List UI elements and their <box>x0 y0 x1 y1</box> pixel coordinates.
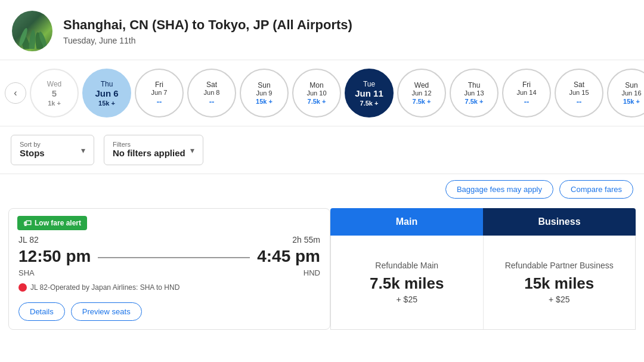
dest-airport: HND <box>304 268 320 277</box>
date-item-sat8[interactable]: Sat Jun 8 -- <box>187 69 236 117</box>
date-day-num: 5 <box>52 88 57 98</box>
date-day-name: Sat <box>206 81 217 89</box>
date-day-name: Sun <box>258 81 270 89</box>
date-price: 7.5k + <box>360 100 379 107</box>
date-item-wed12[interactable]: Wed Jun 12 7.5k + <box>397 69 446 117</box>
arrive-time: 4:45 pm <box>257 247 320 266</box>
date-price: 7.5k + <box>465 98 484 105</box>
main-fare-cash: + $25 <box>397 295 417 304</box>
main-fare-col[interactable]: Refundable Main 7.5k miles + $25 <box>331 236 484 329</box>
flight-operated-row: JL 82-Operated by Japan Airlines: SHA to… <box>9 281 330 298</box>
date-month: Jun 13 <box>464 89 484 97</box>
business-fare-label: Refundable Partner Business <box>505 261 614 270</box>
main-container: Shanghai, CN (SHA) to Tokyo, JP (All Air… <box>0 0 644 362</box>
main-fare-miles: 7.5k miles <box>370 275 444 292</box>
header: Shanghai, CN (SHA) to Tokyo, JP (All Air… <box>0 0 644 60</box>
operated-by-text: JL 82-Operated by Japan Airlines: SHA to… <box>30 283 179 292</box>
date-month: Jun 14 <box>516 89 536 96</box>
date-item-tue11[interactable]: Tue Jun 11 7.5k + <box>345 69 394 117</box>
date-price: -- <box>524 97 530 106</box>
sort-by-value: Stops <box>20 148 45 158</box>
date-item-wed5[interactable]: Wed 5 1k + <box>30 69 79 117</box>
chevron-left-icon: ‹ <box>14 88 17 98</box>
flight-actions-row: Details Preview seats <box>9 298 330 329</box>
business-fare-cash: + $25 <box>549 295 569 304</box>
date-item-sat15[interactable]: Sat Jun 15 -- <box>555 69 603 117</box>
main-fare-label: Refundable Main <box>375 261 438 270</box>
header-text: Shanghai, CN (SHA) to Tokyo, JP (All Air… <box>63 17 352 45</box>
filters-row: Sort by Stops ▾ Filters No filters appli… <box>0 126 644 174</box>
tab-business[interactable]: Business <box>483 208 636 236</box>
business-fare-col[interactable]: Refundable Partner Business 15k miles + … <box>484 236 636 329</box>
date-day-num: Jun 6 <box>95 88 118 98</box>
main-tab-label: Main <box>396 216 417 227</box>
flight-info-row: JL 82 2h 55m <box>9 230 330 246</box>
date-day-name: Wed <box>414 81 429 89</box>
svg-point-1 <box>28 30 36 49</box>
flight-card: 🏷 Low fare alert JL 82 2h 55m 12:50 pm 4… <box>8 208 330 330</box>
date-day-num: Jun 11 <box>355 88 383 98</box>
date-price: 7.5k + <box>308 98 326 105</box>
sort-by-label: Sort by <box>20 141 76 148</box>
destination-avatar <box>12 11 52 51</box>
chevron-down-icon: ▾ <box>81 146 85 155</box>
travel-date: Tuesday, June 11th <box>63 36 352 45</box>
fare-columns: Refundable Main 7.5k miles + $25 Refunda… <box>330 236 636 330</box>
flight-duration: 2h 55m <box>292 235 320 245</box>
date-item-fri14[interactable]: Fri Jun 14 -- <box>502 69 551 117</box>
date-day-name: Thu <box>101 80 113 88</box>
date-price: -- <box>157 97 162 106</box>
fare-tabs: Main Business <box>330 208 636 236</box>
date-month: Jun 12 <box>411 89 431 97</box>
date-month: Jun 10 <box>306 89 326 97</box>
date-item-sun9[interactable]: Sun Jun 9 15k + <box>240 69 289 117</box>
date-price: 7.5k + <box>413 98 431 105</box>
date-price: 15k + <box>98 100 115 107</box>
date-day-name: Sun <box>625 81 637 89</box>
airline-logo-dot <box>18 283 27 292</box>
date-day-name: Wed <box>47 80 61 88</box>
date-picker-row: ‹ Wed 5 1k + Thu Jun 6 15k + Fri Jun 7 -… <box>0 60 644 126</box>
date-item-thu6[interactable]: Thu Jun 6 15k + <box>82 69 131 117</box>
date-price: -- <box>577 97 582 106</box>
flight-times-row: 12:50 pm 4:45 pm <box>9 246 330 267</box>
date-price: 15k + <box>623 98 640 105</box>
date-day-name: Thu <box>468 81 481 89</box>
baggage-fees-btn[interactable]: Baggage fees may apply <box>445 180 553 199</box>
date-day-name: Tue <box>363 80 375 88</box>
date-month: Jun 15 <box>569 89 589 96</box>
filters-value: No filters applied <box>113 148 185 158</box>
date-day-name: Fri <box>155 81 163 89</box>
business-tab-label: Business <box>538 216 580 227</box>
flight-line <box>98 257 250 258</box>
flight-airports-row: SHA HND <box>9 267 330 281</box>
details-btn[interactable]: Details <box>18 302 65 321</box>
date-item-mon10[interactable]: Mon Jun 10 7.5k + <box>292 69 341 117</box>
fare-options: Main Business Refundable Main 7.5k miles… <box>330 208 636 330</box>
low-fare-label: Low fare alert <box>35 219 81 227</box>
date-price: 15k + <box>256 98 273 105</box>
compare-fares-btn[interactable]: Compare fares <box>559 180 633 199</box>
date-month: Jun 16 <box>621 89 641 97</box>
date-price: -- <box>209 97 215 106</box>
date-item-thu13[interactable]: Thu Jun 13 7.5k + <box>450 69 499 117</box>
sort-by-dropdown[interactable]: Sort by Stops ▾ <box>11 135 94 165</box>
date-day-name: Fri <box>522 81 531 89</box>
depart-time: 12:50 pm <box>18 247 91 266</box>
preview-seats-btn[interactable]: Preview seats <box>71 302 142 321</box>
filters-label: Filters <box>113 141 185 148</box>
date-day-name: Sat <box>574 81 584 89</box>
date-month: Jun 7 <box>151 89 168 96</box>
top-actions: Baggage fees may apply Compare fares <box>0 174 644 202</box>
date-item-fri7[interactable]: Fri Jun 7 -- <box>135 69 184 117</box>
results-area: 🏷 Low fare alert JL 82 2h 55m 12:50 pm 4… <box>0 202 644 336</box>
chevron-down-icon: ▾ <box>190 146 194 155</box>
tab-main[interactable]: Main <box>330 208 483 236</box>
filters-dropdown[interactable]: Filters No filters applied ▾ <box>104 135 203 165</box>
route-title: Shanghai, CN (SHA) to Tokyo, JP (All Air… <box>63 17 352 34</box>
prev-date-btn[interactable]: ‹ <box>5 82 26 104</box>
date-day-name: Mon <box>309 81 323 89</box>
date-item-sun16[interactable]: Sun Jun 16 15k + <box>607 69 644 117</box>
business-fare-miles: 15k miles <box>524 275 594 292</box>
tag-icon: 🏷 <box>23 218 32 228</box>
